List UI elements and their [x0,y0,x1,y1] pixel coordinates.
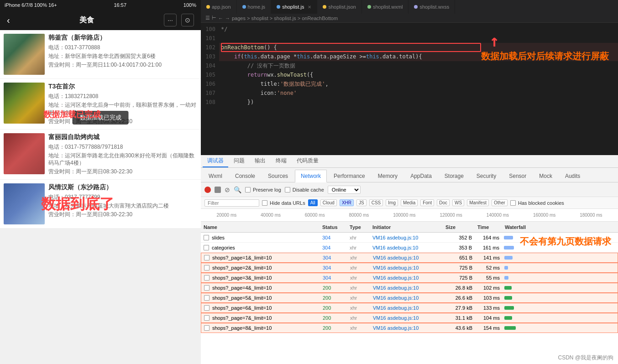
row-status: 200 [320,285,347,291]
section-tab[interactable]: 终端 [271,155,291,167]
filter-xhr-btn[interactable]: XHR [340,199,354,206]
row-checkbox[interactable] [204,285,209,291]
row-checkbox[interactable] [204,275,209,281]
table-row[interactable]: shops?_page=5&_limit=10 200 xhr VM16 asd… [201,293,618,303]
devtools-tab-memory[interactable]: Memory [372,170,403,182]
table-row[interactable]: shops?_page=1&_limit=10 304 xhr VM16 asd… [201,253,618,263]
filter-img-btn[interactable]: Img [386,199,398,206]
disable-cache-checkbox[interactable] [285,187,290,192]
wechat-simulator: iPhone 6/7/8 100% 16+ 16:57 100% ‹ 美食 ··… [0,0,201,364]
preserve-log-checkbox[interactable] [245,187,251,192]
editor-tab[interactable]: shoplist.json [317,0,362,14]
row-checkbox[interactable] [204,305,209,311]
section-tab[interactable]: 代码质量 [292,155,323,167]
table-row[interactable]: shops?_page=7&_limit=10 200 xhr VM16 asd… [201,313,618,323]
tab-indicator [242,5,246,9]
row-checkbox[interactable] [204,245,209,250]
devtools-tabs: WxmlConsoleSourcesNetworkPerformanceMemo… [201,168,618,182]
more-options-icon[interactable]: ··· [164,14,177,26]
table-row[interactable]: shops?_page=8&_limit=10 200 xhr VM16 asd… [201,323,618,333]
filter-css-btn[interactable]: CSS [369,199,383,206]
list-item[interactable]: 风情汉斯（东沙路店） 电话：0317-7777799 地址：东光晨东光镇蓝城大街… [0,180,201,228]
filter-all-btn[interactable]: All [308,199,318,206]
devtools-tab-performance[interactable]: Performance [328,170,371,182]
row-type: xhr [347,245,370,250]
restaurant-image [4,83,45,124]
section-tab[interactable]: 输出 [250,155,270,167]
table-row[interactable]: shops?_page=4&_limit=10 200 xhr VM16 asd… [201,283,618,293]
line-number: 104 [201,61,215,70]
camera-icon[interactable]: ⊙ [181,14,194,26]
table-row[interactable]: shops?_page=6&_limit=10 200 xhr VM16 asd… [201,303,618,313]
devtools-tab-sources[interactable]: Sources [262,170,294,182]
devtools-tab-storage[interactable]: Storage [439,170,470,182]
editor-tab[interactable]: shoplist.js✕ [271,0,317,14]
filter-font-btn[interactable]: Font [420,199,434,206]
section-tab[interactable]: 调试器 [203,155,228,167]
waterfall-bar [504,246,514,250]
row-name-text: shops?_page=2&_limit=10 [212,265,272,270]
devtools-tab-mock[interactable]: Mock [533,170,558,182]
row-initiator: VM16 asdebug.js:10 [370,265,443,270]
hide-data-urls-checkbox[interactable] [262,200,267,206]
devtools-tab-wxml[interactable]: Wxml [203,170,228,182]
filter-cloud-btn[interactable]: Cloud [320,199,337,206]
restaurant-info: 富丽园自助烤肉城 电话：0317-7577888/7971818 地址：运河区新… [48,133,197,176]
timeline-bar: 20000 ms40000 ms60000 ms80000 ms100000 m… [201,209,618,222]
devtools-tab-console[interactable]: Console [229,170,261,182]
devtools-tab-audits[interactable]: Audits [559,170,586,182]
editor-tab[interactable]: shoplist.wxss [409,0,455,14]
bookmark-icon: ⊢ [212,15,216,21]
filter-ws-btn[interactable]: WS [452,199,464,206]
list-item[interactable]: 韩釜宫（新华路店） 电话：0317-3770888 地址：新华区新华路老华北西侧… [0,30,201,78]
row-name: shops?_page=5&_limit=10 [201,295,320,301]
section-tab[interactable]: 问题 [229,155,249,167]
filter-doc-btn[interactable]: Doc [437,199,450,206]
code-content: 100101102103104105106107108 */ onReachBo… [201,23,618,155]
list-item[interactable]: T3在首尔 电话：13832712808 地址：运河区老华北后身一中前街，颐和新… [0,79,201,129]
editor-tab[interactable]: home.js [237,0,272,14]
filter-input[interactable] [204,199,259,207]
status-battery: 100% [183,2,196,8]
filter-manifest-btn[interactable]: Manifest [467,199,489,206]
online-select[interactable]: Online Fast 3G Slow 3G Offline [328,186,361,194]
devtools-tab-appdata[interactable]: AppData [404,170,438,182]
devtools-tab-security[interactable]: Security [471,170,502,182]
row-size: 26.6 kB [443,295,475,301]
table-row[interactable]: shops?_page=2&_limit=10 304 xhr VM16 asd… [201,263,618,273]
devtools-tab-network[interactable]: Network [295,170,327,182]
tab-indicator [367,5,371,9]
col-type: Type [347,224,370,230]
blocked-cookies-checkbox[interactable] [510,200,516,206]
stop-button[interactable] [215,187,221,193]
code-editor: app.jsonhome.jsshoplist.js✕shoplist.json… [201,0,618,155]
table-row[interactable]: shops?_page=3&_limit=10 304 xhr VM16 asd… [201,273,618,283]
row-waterfall [503,316,618,320]
tab-indicator [277,5,280,9]
filter-media-btn[interactable]: Media [401,199,418,206]
record-button[interactable] [204,187,211,193]
row-checkbox[interactable] [204,255,209,260]
back-icon[interactable]: ← [218,16,223,21]
network-table[interactable]: 不会有第九页数据请求 Name Status Type Initiator Si… [201,222,618,364]
editor-tab[interactable]: app.json [201,0,237,14]
editor-tab[interactable]: shoplist.wxml [362,0,409,14]
filter-js-btn[interactable]: JS [356,199,367,206]
row-checkbox[interactable] [204,325,209,331]
forward-icon[interactable]: → [225,16,230,21]
table-row[interactable]: categories 304 xhr VM16 asdebug.js:10 35… [201,243,618,253]
row-type: xhr [347,235,370,240]
disable-cache-label: Disable cache [285,187,324,192]
devtools-tab-sensor[interactable]: Sensor [503,170,532,182]
row-checkbox[interactable] [204,295,209,301]
filter-other-btn[interactable]: Other [492,199,508,206]
back-button[interactable]: ‹ [7,15,10,26]
row-checkbox[interactable] [204,235,209,240]
restaurant-phone: 电话：13832712808 [48,93,197,100]
table-row[interactable]: slides 304 xhr VM16 asdebug.js:10 352 B … [201,233,618,243]
close-icon[interactable]: ✕ [308,5,311,10]
row-checkbox[interactable] [204,265,209,270]
row-checkbox[interactable] [204,315,209,321]
row-type: xhr [347,325,370,331]
list-item[interactable]: 富丽园自助烤肉城 电话：0317-7577888/7971818 地址：运河区新… [0,130,201,180]
